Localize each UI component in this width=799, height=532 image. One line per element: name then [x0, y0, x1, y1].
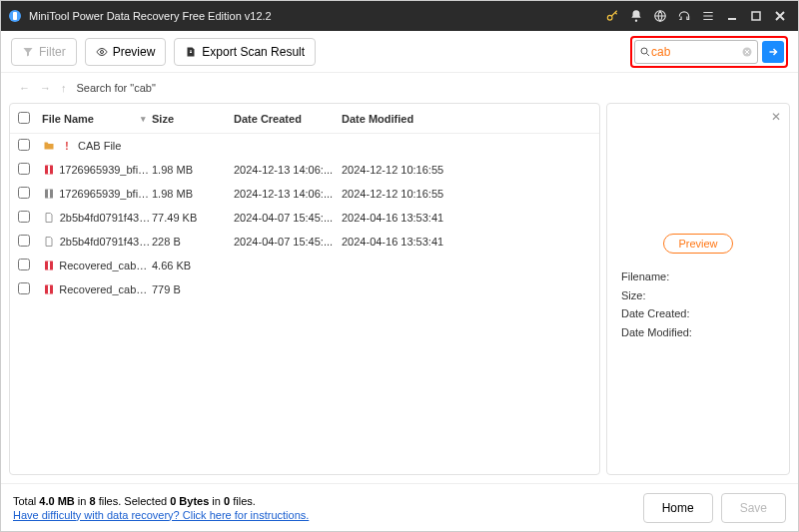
- file-list-header: File Name▾ Size Date Created Date Modifi…: [10, 104, 599, 134]
- window-title: MiniTool Power Data Recovery Free Editio…: [29, 10, 600, 22]
- search-icon: [639, 46, 651, 58]
- table-row[interactable]: !CAB File: [10, 134, 599, 158]
- svg-point-3: [635, 20, 637, 22]
- svg-rect-16: [48, 285, 50, 294]
- menu-icon[interactable]: [696, 4, 720, 28]
- table-row[interactable]: 1726965939_bfiBr...1.98 MB2024-12-13 14:…: [10, 182, 599, 206]
- close-button[interactable]: [768, 4, 792, 28]
- warn-icon: !: [60, 139, 74, 153]
- export-icon: [185, 46, 197, 58]
- file-name: 1726965939_bfiBr...: [59, 164, 152, 176]
- nav-forward-icon[interactable]: →: [40, 82, 51, 94]
- file-name: 2b5b4fd0791f434...: [60, 236, 152, 248]
- svg-point-2: [607, 15, 612, 20]
- preview-close-icon[interactable]: ✕: [771, 110, 781, 124]
- help-link[interactable]: Have difficulty with data recovery? Clic…: [13, 509, 309, 521]
- file-name: 2b5b4fd0791f434...: [60, 212, 152, 224]
- export-label: Export Scan Result: [202, 45, 305, 59]
- meta-created-label: Date Created:: [621, 304, 692, 323]
- svg-rect-12: [48, 190, 50, 199]
- row-checkbox[interactable]: [18, 187, 30, 199]
- preview-open-button[interactable]: Preview: [663, 234, 732, 254]
- svg-rect-14: [48, 262, 50, 270]
- save-button[interactable]: Save: [721, 493, 786, 523]
- row-checkbox[interactable]: [18, 163, 30, 175]
- filter-icon: [22, 46, 34, 58]
- file-icon: [42, 235, 56, 249]
- file-size: 779 B: [152, 283, 234, 295]
- file-size: 4.66 KB: [152, 260, 234, 271]
- file-created: 2024-12-13 14:06:...: [234, 164, 342, 176]
- table-row[interactable]: 2b5b4fd0791f434...77.49 KB2024-04-07 15:…: [10, 206, 599, 230]
- eye-icon: [96, 46, 108, 58]
- file-list-card: File Name▾ Size Date Created Date Modifi…: [9, 103, 600, 475]
- search-clear-icon[interactable]: [741, 46, 753, 58]
- col-header-size[interactable]: Size: [152, 113, 234, 125]
- svg-rect-1: [13, 12, 17, 20]
- export-button[interactable]: Export Scan Result: [174, 38, 316, 66]
- row-checkbox[interactable]: [18, 235, 30, 247]
- nav-back-icon[interactable]: ←: [19, 82, 30, 94]
- meta-filename-label: Filename:: [621, 267, 692, 286]
- file-size: 228 B: [152, 236, 234, 248]
- totals-text: Total 4.0 MB in 8 files. Selected 0 Byte…: [13, 495, 309, 507]
- breadcrumb: Search for "cab": [77, 82, 156, 94]
- table-row[interactable]: 2b5b4fd0791f434...228 B2024-04-07 15:45:…: [10, 230, 599, 254]
- svg-point-7: [641, 48, 647, 54]
- meta-size-label: Size:: [621, 286, 692, 305]
- titlebar: MiniTool Power Data Recovery Free Editio…: [1, 1, 798, 31]
- minimize-button[interactable]: [720, 4, 744, 28]
- globe-icon[interactable]: [648, 4, 672, 28]
- file-icon: [42, 211, 56, 225]
- preview-button[interactable]: Preview: [85, 38, 167, 66]
- search-input[interactable]: [651, 45, 739, 59]
- file-size: 77.49 KB: [152, 212, 234, 224]
- row-checkbox[interactable]: [18, 139, 30, 151]
- search-highlight: [630, 36, 788, 68]
- file-modified: 2024-04-16 13:53:41: [342, 212, 591, 224]
- key-icon[interactable]: [600, 4, 624, 28]
- archive-icon: [42, 259, 55, 272]
- col-header-name[interactable]: File Name▾: [42, 113, 152, 125]
- file-list-body: !CAB File1726965939_bfiBr...1.98 MB2024-…: [10, 134, 599, 474]
- archive-icon: [42, 282, 55, 296]
- file-size: 1.98 MB: [152, 188, 234, 200]
- preview-meta: Filename: Size: Date Created: Date Modif…: [607, 254, 706, 342]
- col-header-modified[interactable]: Date Modified: [342, 113, 591, 125]
- col-header-created[interactable]: Date Created: [234, 113, 342, 125]
- headset-icon[interactable]: [672, 4, 696, 28]
- maximize-button[interactable]: [744, 4, 768, 28]
- breadcrumb-bar: ← → ↑ Search for "cab": [1, 73, 798, 103]
- file-name: Recovered_cab_fi...: [59, 283, 152, 295]
- row-checkbox[interactable]: [18, 259, 30, 270]
- app-icon: [7, 8, 23, 24]
- table-row[interactable]: 1726965939_bfiBr...1.98 MB2024-12-13 14:…: [10, 158, 599, 182]
- table-row[interactable]: Recovered_cab_fi...779 B: [10, 277, 599, 301]
- search-go-button[interactable]: [762, 41, 784, 63]
- file-modified: 2024-12-12 10:16:55: [342, 164, 591, 176]
- file-name: Recovered_cab_fi...: [59, 260, 152, 271]
- home-button[interactable]: Home: [643, 493, 713, 523]
- svg-rect-5: [752, 12, 760, 20]
- filter-button[interactable]: Filter: [11, 38, 77, 66]
- file-size: 1.98 MB: [152, 164, 234, 176]
- file-modified: 2024-04-16 13:53:41: [342, 236, 591, 248]
- folder-icon: [42, 139, 56, 153]
- file-name: 1726965939_bfiBr...: [59, 188, 152, 200]
- app-window: MiniTool Power Data Recovery Free Editio…: [0, 0, 799, 532]
- file-created: 2024-12-13 14:06:...: [234, 188, 342, 200]
- table-row[interactable]: Recovered_cab_fi...4.66 KB: [10, 254, 599, 277]
- file-created: 2024-04-07 15:45:...: [234, 212, 342, 224]
- nav-up-icon[interactable]: ↑: [61, 82, 67, 94]
- file-created: 2024-04-07 15:45:...: [234, 236, 342, 248]
- content-area: File Name▾ Size Date Created Date Modifi…: [1, 103, 798, 483]
- file-modified: 2024-12-12 10:16:55: [342, 188, 591, 200]
- select-all-checkbox[interactable]: [18, 112, 30, 124]
- preview-label: Preview: [113, 45, 156, 59]
- preview-panel: ✕ Preview Filename: Size: Date Created: …: [606, 103, 790, 475]
- meta-modified-label: Date Modified:: [621, 323, 692, 342]
- row-checkbox[interactable]: [18, 211, 30, 223]
- row-checkbox[interactable]: [18, 282, 30, 294]
- svg-point-6: [100, 50, 103, 53]
- bell-icon[interactable]: [624, 4, 648, 28]
